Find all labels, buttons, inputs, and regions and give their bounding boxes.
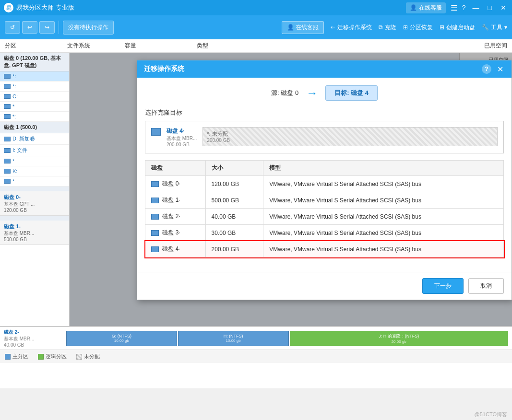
tools-icon: 🔧: [482, 24, 489, 31]
disk-row-icon: [151, 230, 159, 236]
col-model: 模型: [263, 161, 504, 176]
partition-j[interactable]: J: H 的克隆：(NTFS) 20.00 gb: [290, 331, 509, 346]
tools-btn[interactable]: 🔧 工具 ▾: [482, 23, 507, 32]
next-btn[interactable]: 下一步: [422, 278, 464, 294]
legend-logical-color: [38, 354, 44, 360]
disk-table-row[interactable]: 磁盘 2· 40.00 GB VMware, VMware Virtual S …: [145, 209, 504, 225]
help-icon[interactable]: ?: [462, 4, 466, 12]
legend-unallocated: 未分配: [76, 353, 100, 360]
partition-icon: [4, 84, 11, 89]
legend-primary: 主分区: [5, 353, 28, 360]
disk-cell-size: 40.00 GB: [205, 209, 263, 225]
clone-btn[interactable]: ⧉ 克隆: [379, 23, 396, 32]
modal-close-btn[interactable]: ✕: [495, 64, 505, 74]
source-label: 源: 磁盘 0: [271, 89, 298, 97]
select-target-label: 选择克隆目标: [145, 108, 504, 117]
disk0-label: 磁盘 0 (120.00 GB, 基本盘, GPT 磁盘): [0, 53, 69, 71]
online-service-label[interactable]: 👤 在线客服: [282, 21, 324, 34]
partition-item-star6[interactable]: *: [0, 176, 69, 187]
toolbar: ↺ ↩ ↪ 没有待执行操作 👤 在线客服 ⇐ 迁移操作系统 ⧉ 克隆 ⊞ 分区恢…: [0, 15, 512, 39]
modal-title-bar: 迁移操作系统 ? ✕: [137, 60, 512, 78]
maximize-btn[interactable]: □: [486, 4, 494, 12]
legend-unallocated-label: 未分配: [84, 353, 100, 360]
partition-icon: [4, 148, 11, 153]
boot-icon: ⊞: [440, 24, 444, 31]
cancel-btn[interactable]: 取消: [468, 278, 504, 294]
partition-item-star5[interactable]: *: [0, 156, 69, 166]
selected-disk-sub: 基本盘 MBR...: [167, 135, 197, 142]
no-op-label[interactable]: 没有待执行操作: [63, 21, 114, 35]
partition-icon: [4, 169, 11, 174]
legend-primary-color: [5, 354, 11, 360]
partition-item-k[interactable]: K:: [0, 166, 69, 176]
disk-table: 磁盘 大小 模型 磁盘 0· 120.00 GB VMware, VMware …: [145, 160, 504, 257]
partition-g[interactable]: G: (NTFS) 10.00 gb: [66, 331, 177, 346]
source-target-row: 源: 磁盘 0 → 目标: 磁盘 4: [145, 85, 504, 101]
modal-controls: ? ✕: [482, 64, 505, 74]
partition-item-star3[interactable]: *: [0, 102, 69, 112]
disk-row-icon: [151, 198, 159, 203]
menu-icon[interactable]: ☰: [451, 3, 457, 12]
migrate-os-btn[interactable]: ⇐ 迁移操作系统: [331, 23, 372, 32]
disk-table-header: 磁盘 大小 模型: [145, 161, 504, 176]
modal-dialog: 迁移操作系统 ? ✕ 源: 磁盘 0 →: [137, 60, 512, 300]
toolbar-right: 👤 在线客服 ⇐ 迁移操作系统 ⧉ 克隆 ⊞ 分区恢复 ⊞ 创建启动盘 🔧 工具…: [282, 21, 507, 34]
legend-primary-label: 主分区: [12, 353, 28, 360]
disk-cell-name: 磁盘 4·: [145, 241, 206, 257]
app-icon: 易: [4, 3, 13, 12]
modal-body: 源: 磁盘 0 → 目标: 磁盘 4 选择克隆目标 磁盘 4· 基本盘 MBR.…: [137, 78, 512, 272]
legend-logical: 逻辑分区: [38, 353, 67, 360]
disk0-mini[interactable]: 磁盘 0- 基本盘 GPT ... 120.00 GB: [0, 191, 69, 216]
partition-icon: [4, 104, 11, 109]
close-btn[interactable]: ✕: [499, 4, 508, 12]
create-boot-btn[interactable]: ⊞ 创建启动盘: [440, 23, 475, 32]
app-title: 易我分区大师 专业版: [16, 3, 406, 12]
disk-cell-model: VMware, VMware Virtual S Serial Attached…: [263, 192, 504, 209]
disk2-bar-row: G: (NTFS) 10.00 gb H: (NTFS) 10.00 gb J:…: [66, 331, 508, 346]
disk1-mini[interactable]: 磁盘 1- 基本盘 MBR... 500.00 GB: [0, 221, 69, 245]
partition-item-star4[interactable]: *:: [0, 112, 69, 122]
partition-icon: [4, 137, 11, 141]
bottom-disk-viz: 磁盘 2- 基本盘 MBR... 40.00 GB G: (NTFS) 10.0…: [0, 326, 512, 388]
undo-btn[interactable]: ↩: [22, 21, 37, 34]
partition-icon: [4, 179, 11, 184]
refresh-btn[interactable]: ↺: [5, 21, 20, 34]
disk2-row: 磁盘 2- 基本盘 MBR... 40.00 GB G: (NTFS) 10.0…: [0, 327, 512, 350]
content-area: 已用空间 32 MB 共 0 MB MB 移动/移动 同 示 则 ›: [70, 53, 512, 326]
partition-recovery-btn[interactable]: ⊞ 分区恢复: [403, 23, 433, 32]
disk-table-row[interactable]: 磁盘 4· 200.00 GB VMware, VMware Virtual S…: [145, 241, 504, 257]
selected-disk-detail: 磁盘 4· 基本盘 MBR... 200.00 GB: [167, 127, 197, 147]
legend-logical-label: 逻辑分区: [46, 353, 67, 360]
disk-table-row[interactable]: 磁盘 1· 500.00 GB VMware, VMware Virtual S…: [145, 192, 504, 209]
partition-icon: [4, 114, 11, 119]
disk-bar: *: 未分配 200.00 GB: [202, 127, 498, 146]
modal-footer: 下一步 取消: [137, 272, 512, 300]
modal-help-btn[interactable]: ?: [482, 64, 491, 74]
disk-table-row[interactable]: 磁盘 0· 120.00 GB VMware, VMware Virtual S…: [145, 176, 504, 192]
redo-btn[interactable]: ↪: [39, 21, 55, 34]
title-bar: 易 易我分区大师 专业版 👤 在线客服 ☰ ? — □ ✕: [0, 0, 512, 15]
partition-icon: [4, 74, 11, 79]
partition-item-c[interactable]: C:: [0, 92, 69, 102]
disk-cell-model: VMware, VMware Virtual S Serial Attached…: [263, 225, 504, 241]
online-service-btn[interactable]: 👤 在线客服: [406, 2, 445, 13]
tools-chevron: ▾: [504, 24, 507, 31]
partition-item-d[interactable]: D: 新加卷: [0, 133, 69, 145]
main-area: 磁盘 0 (120.00 GB, 基本盘, GPT 磁盘) *: *: C: *…: [0, 53, 512, 326]
selected-disk-name: 磁盘 4·: [167, 127, 197, 135]
selected-disk-size: 200.00 GB: [167, 142, 197, 147]
partition-item-i[interactable]: I: 文件: [0, 145, 69, 156]
migrate-icon: ⇐: [331, 24, 335, 31]
legend-unallocated-color: [76, 354, 82, 360]
partition-icon: [4, 159, 11, 163]
clone-icon: ⧉: [379, 24, 383, 31]
disk-table-row[interactable]: 磁盘 3· 30.00 GB VMware, VMware Virtual S …: [145, 225, 504, 241]
partition-h[interactable]: H: (NTFS) 10.00 gb: [178, 331, 289, 346]
undo-icon: ↩: [27, 24, 32, 31]
minimize-btn[interactable]: —: [471, 4, 481, 12]
disk-cell-model: VMware, VMware Virtual S Serial Attached…: [263, 209, 504, 225]
copyright: @51CTO博客: [475, 411, 507, 418]
partition-item-star1[interactable]: *:: [0, 71, 69, 82]
partition-item-star2[interactable]: *:: [0, 82, 69, 92]
header-partition: 分区: [5, 42, 67, 50]
